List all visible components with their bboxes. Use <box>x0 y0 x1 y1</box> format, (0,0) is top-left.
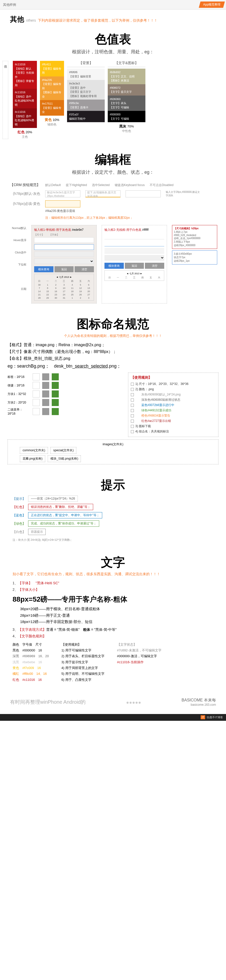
btn-clear2[interactable]: 清空 <box>145 263 164 269</box>
text-big-size: 88px=52磅——专用于客户名称-粗体 <box>13 593 213 606</box>
naming-example: eg：searchBg.png； desk_btn_search_selecte… <box>8 362 218 372</box>
editbox-section: 【CRM 按钮规范】 默认Default 提下Highlighted 选中Sel… <box>0 181 226 311</box>
text-section: 别小看了文字，它们也有生命力，规则、状态，很多东西是实践、沟通、调试交流出来的！… <box>0 572 226 690</box>
h1-sub-editbox: 根据设计，设定尺寸、颜色、状态，eg： <box>0 169 226 181</box>
form-white: 输入框2-无线框-用于白色底 #ffffff 模块查询 返回 清空 ◄ 七月 2… <box>102 225 167 304</box>
header-left: 其他样例 <box>0 3 16 7</box>
form-row-labels: Normal默认 Hover悬浮 Click选中 下拉框 日期 <box>9 225 26 304</box>
header-badge: App规范整理 <box>199 2 225 8</box>
tips-section: 【提示】——容宽（24+12/px字*24）%26【红色】错误消息的状态，重"删… <box>0 495 226 549</box>
text-color-table: 颜色 字号值 尺寸黑色 #000000 16深黑 #696969 16、20浅黑… <box>13 640 213 683</box>
input-default[interactable]: 验证#e3e3e3,提示文字28px,#bebebe <box>45 190 81 197</box>
h1-text: 文字 <box>0 549 226 572</box>
input-required[interactable] <box>45 200 81 207</box>
btn-back2[interactable]: 返回 <box>125 263 144 269</box>
btn-query2[interactable]: 模块查询 <box>104 263 124 269</box>
form2-input[interactable] <box>104 234 164 239</box>
color-table: 大纲色值 #c11016【按钮】默认【背景】当前操作【图标】弹窗专用#c1101… <box>0 61 226 146</box>
editbox-note: 注：编辑框所在行高为110px，距上下各16px；编辑框高度32px； <box>5 213 221 225</box>
page-footer: 有时间再整理winPhone Android的 BASICOME 本来每 bas… <box>0 690 226 714</box>
input-highlighted[interactable]: 提下,出现编辑条,提示文字不消失 <box>85 190 120 197</box>
footer-right: BASICOME 本来每 basicome.163.com <box>182 698 216 706</box>
input-selected[interactable] <box>126 190 161 197</box>
calendar[interactable]: ◄ 七月 2013 ► 日一二三四五六 30123456 78910111213… <box>34 274 94 301</box>
form-input-click[interactable] <box>34 251 94 257</box>
h1-color-table: 色值表 <box>0 26 226 49</box>
color-col-bg: 【背景】 #f6f6f6【背景】编辑背景#e3e3e3【背景】选中【背景】提示文… <box>67 61 105 139</box>
crm-label: 【CRM 按钮规范】 <box>5 183 40 187</box>
icon-usage-rules: 【使用规则】 1) 尺寸：16*16、20*20、32*32、36*362) 颜… <box>128 372 218 437</box>
color-col-red: #c11016【按钮】默认【背景】当前操作【图标】弹窗专用#c11016【按钮】… <box>13 61 37 139</box>
color-side-label: 大纲色值 <box>3 61 8 139</box>
h1-editbox: 编辑框 <box>0 146 226 169</box>
form2-select[interactable] <box>104 255 164 261</box>
footer-left: 有时间再整理winPhone Android的 <box>10 699 85 705</box>
calendar2[interactable]: ◄ 七月 2013 ► 日一二三四五六 <box>104 270 164 281</box>
btn-back[interactable]: 返回 <box>54 266 74 272</box>
h1-icon-naming: 图标命名规范 <box>0 311 226 334</box>
icon-naming-section: 个人认为命名没有特固的规则，根据习惯而已，举例仅供参考！！！ 【格式】普通：im… <box>0 334 226 472</box>
form-side-rules: 【尺寸的规则】h28px 1.间距上7px #999_h28_#ededed 边… <box>172 225 217 304</box>
form2-input-click[interactable] <box>104 248 164 253</box>
btn-clear[interactable]: 清空 <box>74 266 94 272</box>
color-col-text: 【文字&图标】 #b9b692【文字】正文、说明【图标】未激活#908072【文… <box>108 61 145 139</box>
icon-size-list: 标签：16*16便捷：16*16方块1：32*32方块2：20*20二级菜单：1… <box>8 372 120 437</box>
form-select[interactable] <box>34 258 94 264</box>
icon-tree: images(文件夹) common(文件夹) special(文件夹) 花瓣.… <box>8 439 218 465</box>
form2-input-hover[interactable] <box>104 241 164 247</box>
form-gray: 输入框1-带线框-用于灰色底 #ede9e7 【尺寸】【字体】 模块查询 返回 … <box>32 225 97 304</box>
page-header: 其他样例 App规范整理 <box>0 0 226 10</box>
h1-tips: 提示 <box>0 472 226 495</box>
bottom-bar: IT拍鹿不IT博客 <box>0 714 226 721</box>
footer-dots <box>126 699 141 705</box>
section-title-others: 其他 others 下列内容根据设计需求而定，做了很多套规范，以下为举例，仅供参… <box>10 10 216 26</box>
form-input-hover[interactable] <box>34 244 94 250</box>
btn-query[interactable]: 模块查询 <box>34 266 54 272</box>
h1-sub-color: 根据设计，注明色值、用量、用处，eg： <box>0 49 226 61</box>
color-col-yellow: #ffc411【背景】编辑专用#f4a235【背景】编辑专用【图标】编辑专业#e… <box>40 61 64 139</box>
form-input[interactable] <box>34 237 94 243</box>
